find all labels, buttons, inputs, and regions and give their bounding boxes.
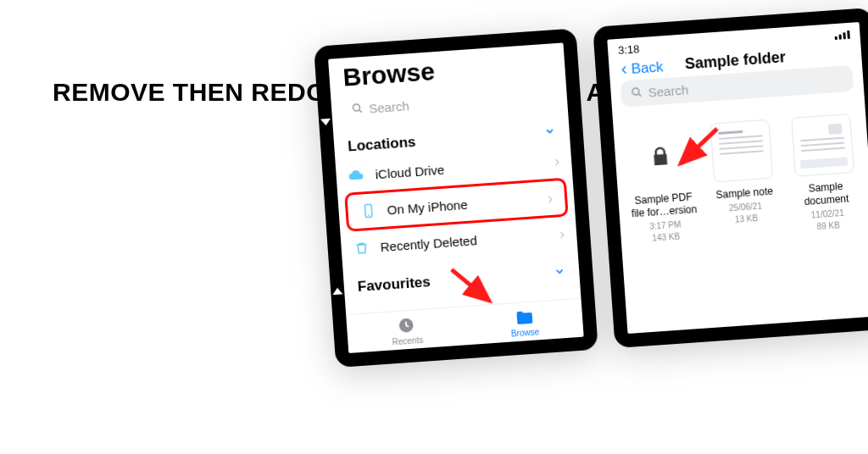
location-label: Recently Deleted	[380, 233, 477, 254]
tab-browse[interactable]: Browse	[509, 307, 540, 338]
search-icon	[350, 101, 364, 118]
screenshots-strip: Browse Search Locations iCloud Drive ›	[314, 7, 868, 393]
signal-icon	[834, 30, 850, 39]
file-thumb	[791, 114, 854, 177]
search-icon	[629, 85, 643, 102]
phone-folder: 3:18 Back Sample folder Search Sample PD…	[593, 8, 868, 348]
file-thumb	[629, 125, 693, 188]
search-placeholder: Search	[369, 98, 410, 115]
chevron-down-icon	[543, 124, 556, 141]
file-sample-pdf[interactable]: Sample PDF file for…ersion 3:17 PM 143 K…	[624, 125, 701, 246]
phone-browse: Browse Search Locations iCloud Drive ›	[314, 28, 598, 368]
file-size: 13 KB	[734, 213, 758, 226]
chevron-right-icon: ›	[547, 189, 553, 207]
chevron-right-icon: ›	[559, 224, 565, 242]
file-sample-note[interactable]: Sample note 25/06/21 13 KB	[704, 119, 782, 240]
favourites-label: Favourites	[357, 274, 431, 296]
tab-recents[interactable]: Recents	[390, 315, 423, 346]
chevron-left-icon	[619, 63, 630, 77]
tab-bar: Recents Browse	[346, 298, 584, 353]
trash-icon	[353, 239, 370, 257]
location-label: On My iPhone	[387, 197, 468, 217]
files-grid: Sample PDF file for…ersion 3:17 PM 143 K…	[612, 97, 868, 246]
tab-label: Browse	[510, 327, 539, 338]
chevron-right-icon: ›	[554, 152, 559, 170]
back-label: Back	[631, 58, 664, 78]
file-name: Sample note	[715, 185, 773, 202]
file-size: 89 KB	[816, 219, 840, 233]
locations-label: Locations	[348, 134, 416, 156]
file-thumb	[709, 119, 773, 183]
svg-point-6	[632, 88, 640, 96]
file-name: Sample document	[791, 179, 862, 209]
search-placeholder: Search	[648, 82, 689, 99]
file-sample-document[interactable]: Sample document 11/02/21 89 KB	[786, 114, 863, 235]
file-size: 143 KB	[652, 230, 681, 244]
svg-point-0	[353, 104, 360, 112]
location-label: iCloud Drive	[375, 162, 445, 181]
phone-icon	[359, 202, 377, 219]
file-name: Sample PDF file for…ersion	[628, 191, 699, 221]
status-time: 3:18	[618, 42, 640, 57]
svg-line-7	[638, 94, 641, 97]
clock-icon	[397, 315, 416, 335]
lock-icon	[647, 141, 674, 172]
folder-icon	[514, 307, 533, 327]
chevron-down-icon	[554, 264, 566, 282]
tab-label: Recents	[392, 335, 423, 347]
cloud-icon	[348, 166, 365, 184]
svg-line-1	[359, 110, 362, 113]
